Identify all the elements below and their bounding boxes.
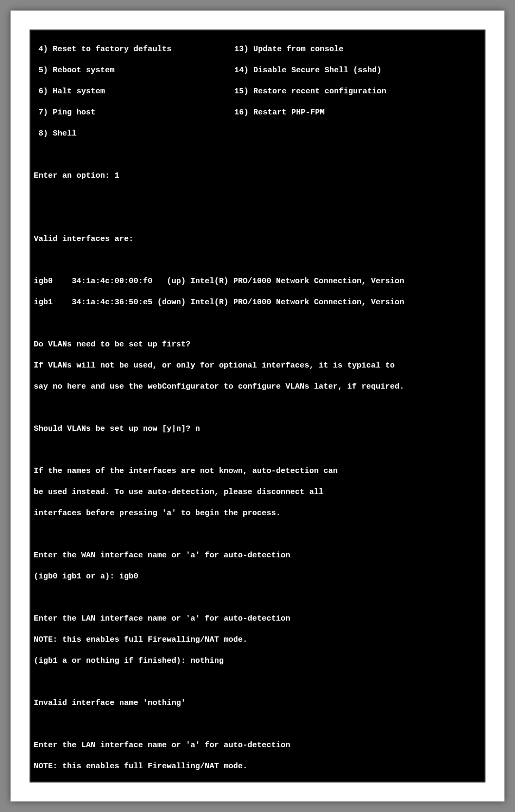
console-screen: 4) Reset to factory defaults13) Update f… (30, 30, 485, 782)
lan-prompt-1b: NOTE: this enables full Firewalling/NAT … (34, 635, 484, 645)
blank (34, 318, 484, 329)
autodetect-1: If the names of the interfaces are not k… (34, 466, 484, 477)
top-menu-right-1: 14) Disable Secure Shell (sshd) (234, 65, 382, 76)
enter-option-1: Enter an option: 1 (34, 171, 484, 181)
top-menu-right-0: 13) Update from console (234, 44, 344, 55)
top-menu-row-1: 5) Reboot system14) Disable Secure Shell… (34, 65, 484, 76)
interface-igb0: igb0 34:1a:4c:00:00:f0 (up) Intel(R) PRO… (34, 276, 484, 287)
top-menu-left-4: 8) Shell (34, 129, 234, 139)
lan-prompt-2b: NOTE: this enables full Firewalling/NAT … (34, 761, 484, 772)
wan-prompt-1: Enter the WAN interface name or 'a' for … (34, 550, 484, 561)
top-menu-left-0: 4) Reset to factory defaults (34, 44, 234, 55)
blank (34, 719, 484, 730)
top-menu-left-2: 6) Halt system (34, 86, 234, 97)
top-menu-row-0: 4) Reset to factory defaults13) Update f… (34, 44, 484, 55)
blank (34, 192, 484, 202)
valid-interfaces-header: Valid interfaces are: (34, 234, 484, 245)
top-menu-left-3: 7) Ping host (34, 108, 234, 118)
vlan-question-2: If VLANs will not be used, or only for o… (34, 361, 484, 371)
blank (34, 255, 484, 266)
top-menu-right-3: 16) Restart PHP-FPM (234, 108, 325, 118)
blank (34, 529, 484, 540)
top-menu-row-4: 8) Shell (34, 129, 484, 139)
vlan-question-1: Do VLANs need to be set up first? (34, 340, 484, 350)
blank (34, 403, 484, 413)
autodetect-2: be used instead. To use auto-detection, … (34, 487, 484, 498)
autodetect-3: interfaces before pressing 'a' to begin … (34, 508, 484, 519)
top-menu-row-2: 6) Halt system15) Restore recent configu… (34, 86, 484, 97)
lan-prompt-1a: Enter the LAN interface name or 'a' for … (34, 614, 484, 624)
photo-frame: 4) Reset to factory defaults13) Update f… (11, 11, 504, 801)
invalid-interface-name: Invalid interface name 'nothing' (34, 698, 484, 709)
vlan-question-3: say no here and use the webConfigurator … (34, 382, 484, 392)
top-menu-left-1: 5) Reboot system (34, 65, 234, 76)
lan-prompt-1c: (igb1 a or nothing if finished): nothing (34, 656, 484, 666)
blank (34, 445, 484, 456)
blank (34, 677, 484, 688)
vlan-prompt: Should VLANs be set up now [y|n]? n (34, 424, 484, 434)
blank (34, 150, 484, 160)
top-menu-row-3: 7) Ping host16) Restart PHP-FPM (34, 108, 484, 118)
blank (34, 593, 484, 603)
lan-prompt-2a: Enter the LAN interface name or 'a' for … (34, 740, 484, 751)
interface-igb1: igb1 34:1a:4c:36:50:e5 (down) Intel(R) P… (34, 297, 484, 308)
wan-prompt-2: (igb0 igb1 or a): igb0 (34, 572, 484, 582)
blank (34, 213, 484, 224)
top-menu-right-2: 15) Restore recent configuration (234, 86, 386, 97)
